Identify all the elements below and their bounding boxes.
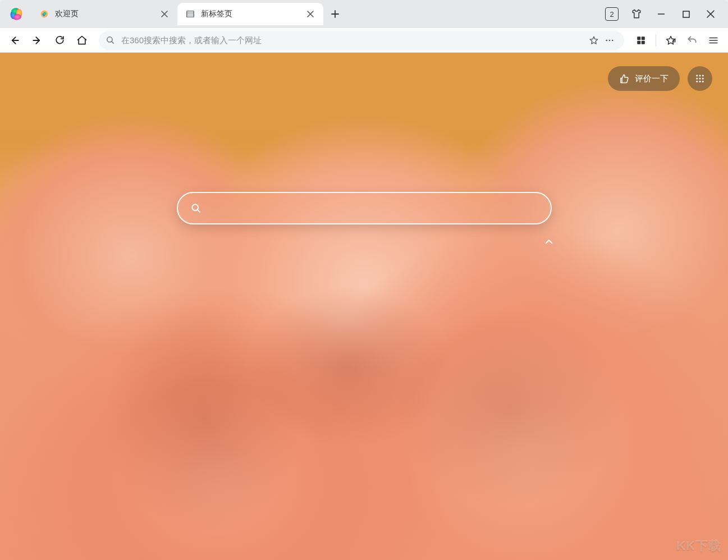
center-search-bar[interactable]: [177, 192, 552, 224]
content-top-right: 评价一下: [608, 66, 712, 91]
svg-point-21: [702, 81, 704, 82]
background-shading: [0, 53, 728, 560]
svg-point-20: [699, 81, 701, 82]
svg-rect-11: [637, 40, 640, 44]
window-controls: 2: [600, 5, 725, 23]
svg-point-6: [606, 39, 607, 41]
svg-rect-4: [683, 11, 689, 17]
feedback-label: 评价一下: [635, 74, 669, 84]
tab-title: 欢迎页: [55, 9, 159, 19]
omnibox-more-icon[interactable]: [602, 30, 617, 51]
svg-point-17: [699, 78, 701, 80]
svg-rect-2: [187, 11, 194, 12]
tab-favicon-swirl-icon: [39, 9, 49, 19]
svg-rect-3: [187, 13, 194, 17]
svg-point-16: [696, 78, 698, 80]
main-menu-icon[interactable]: [703, 30, 724, 51]
feedback-button[interactable]: 评价一下: [608, 66, 680, 91]
svg-point-19: [696, 81, 698, 82]
svg-rect-12: [642, 40, 645, 44]
apps-grid-button[interactable]: [688, 66, 712, 91]
newtab-content: 评价一下 KK下载: [0, 53, 728, 560]
chevron-up-icon[interactable]: [544, 237, 554, 247]
svg-point-7: [609, 39, 611, 41]
bookmark-star-icon[interactable]: [586, 30, 602, 51]
favorites-icon[interactable]: [661, 30, 681, 51]
center-search-input[interactable]: [208, 203, 538, 214]
window-minimize-button[interactable]: [649, 5, 673, 23]
svg-point-18: [702, 78, 704, 80]
svg-point-14: [699, 75, 701, 76]
address-input[interactable]: [121, 35, 586, 45]
toolbar: [0, 28, 728, 53]
toolbar-right: [631, 30, 724, 51]
tab-strip: 欢迎页 新标签页 2: [0, 0, 728, 28]
svg-point-8: [612, 39, 613, 41]
tab-close-button[interactable]: [159, 9, 170, 19]
undo-icon[interactable]: [682, 30, 702, 51]
svg-rect-9: [637, 36, 640, 40]
tab-close-button[interactable]: [305, 9, 315, 19]
tab-welcome[interactable]: 欢迎页: [31, 3, 177, 25]
tab-title: 新标签页: [201, 9, 305, 19]
new-tab-button[interactable]: [326, 4, 345, 24]
thumbs-up-icon: [619, 74, 629, 84]
separator: [656, 34, 656, 47]
window-close-button[interactable]: [699, 5, 722, 23]
wardrobe-icon[interactable]: [625, 5, 648, 23]
window-maximize-button[interactable]: [674, 5, 698, 23]
browser-logo: [7, 4, 26, 24]
tab-favicon-page-icon: [185, 9, 195, 19]
svg-point-13: [696, 75, 698, 76]
grid-apps-icon[interactable]: [631, 30, 651, 51]
nav-home-button[interactable]: [72, 30, 92, 51]
tab-count-value: 2: [610, 10, 613, 19]
nav-back-button[interactable]: [4, 30, 25, 51]
svg-rect-10: [642, 36, 645, 40]
search-icon: [190, 203, 202, 214]
nav-forward-button[interactable]: [27, 30, 47, 51]
search-icon: [106, 35, 116, 45]
tab-count-badge[interactable]: 2: [600, 5, 624, 23]
watermark-text: KK下载: [676, 538, 721, 554]
address-bar[interactable]: [99, 31, 624, 50]
nav-reload-button[interactable]: [49, 30, 70, 51]
svg-point-15: [702, 75, 704, 76]
tab-newtab[interactable]: 新标签页: [177, 3, 323, 25]
